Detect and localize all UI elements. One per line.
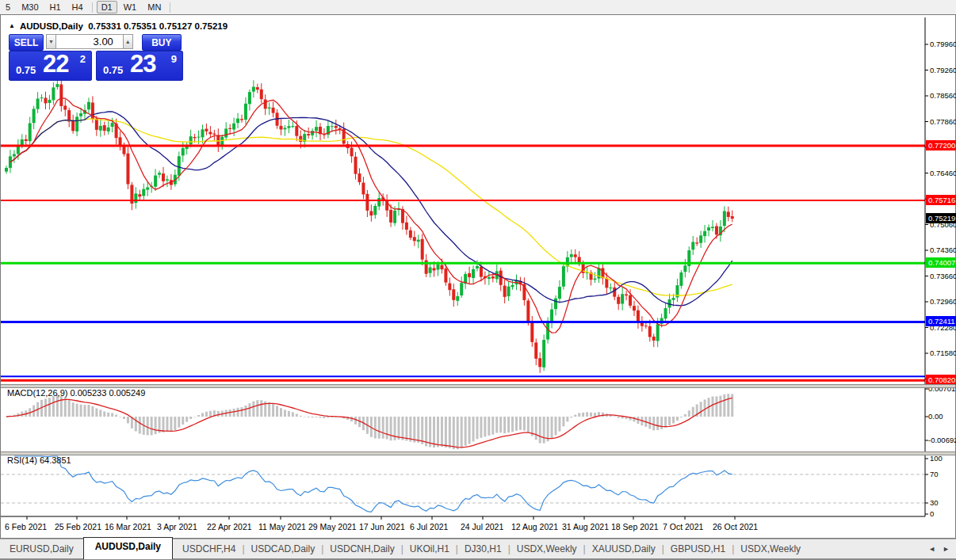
date-tick-label: 17 Jun 2021 <box>359 522 405 531</box>
date-tick-label: 12 Aug 2021 <box>511 522 558 531</box>
price-tick-label: 0.79960 <box>930 40 956 48</box>
tab-scroll-controls: ◄► <box>928 545 950 553</box>
date-tick-label: 16 Mar 2021 <box>105 522 151 531</box>
rsi-panel-plot <box>1 456 925 512</box>
rsi-tick-label: 30 <box>930 498 939 507</box>
timeframe-button-w1[interactable]: W1 <box>119 1 142 13</box>
chart-tab-usdx-weekly[interactable]: USDX,Weekly <box>507 540 587 558</box>
date-tick-label: 31 Aug 2021 <box>562 522 609 531</box>
sell-price-sup: 2 <box>80 53 86 65</box>
price-tick-label: 0.74360 <box>930 246 956 254</box>
date-tick-label: 3 Apr 2021 <box>157 522 197 531</box>
buy-price-sup: 9 <box>171 53 177 65</box>
date-tick-label: 18 Sep 2021 <box>611 522 659 531</box>
tab-scroll-left-icon[interactable]: ◄ <box>928 545 935 553</box>
candlesticks <box>5 78 734 372</box>
current-price-tag: 0.75219 <box>926 213 956 223</box>
chart-tab-dj30-h1[interactable]: DJ30,H1 <box>455 540 511 558</box>
date-tick-label: 29 May 2021 <box>308 522 357 531</box>
timeframe-button-h1[interactable]: H1 <box>45 1 66 13</box>
date-tick-label: 24 Jul 2021 <box>461 522 503 531</box>
timeframe-button-h4[interactable]: H4 <box>67 1 88 13</box>
buy-price-display[interactable]: 0.75 23 9 <box>96 51 183 81</box>
price-tick-label: 0.76460 <box>930 169 956 177</box>
macd-rsi-splitter[interactable] <box>1 451 955 455</box>
date-tick-label: 6 Jul 2021 <box>410 522 448 531</box>
main-macd-splitter[interactable] <box>1 384 955 388</box>
date-tick-label: 25 Feb 2021 <box>55 522 101 531</box>
buy-price-prefix: 0.75 <box>103 64 123 76</box>
date-tick-label: 7 Oct 2021 <box>663 522 703 531</box>
chart-ohlc-values: 0.75331 0.75351 0.75127 0.75219 <box>88 21 228 31</box>
chart-canvas[interactable] <box>1 15 955 538</box>
volume-increase-button[interactable]: ▲ <box>123 34 133 49</box>
sell-price-display[interactable]: 0.75 22 2 <box>9 51 92 81</box>
timeframe-toolbar: 5M30H1H4D1W1MN <box>0 0 956 15</box>
chart-tab-usdchf-h4[interactable]: USDCHF,H4 <box>173 540 245 558</box>
sell-price-prefix: 0.75 <box>16 64 36 76</box>
chart-tab-eurusd-daily[interactable]: EURUSD,Daily <box>0 540 83 558</box>
timeframe-button-mn[interactable]: MN <box>143 1 166 13</box>
buy-button[interactable]: BUY <box>142 34 182 51</box>
price-tick-label: 0.79260 <box>930 66 956 74</box>
chart-tab-xauusd-daily[interactable]: XAUUSD,Daily <box>583 540 665 558</box>
date-tick-label: 22 Apr 2021 <box>207 522 252 531</box>
chart-tab-usdcad-daily[interactable]: USDCAD,Daily <box>242 540 325 558</box>
timeframe-button-d1[interactable]: D1 <box>97 1 117 13</box>
price-level-tag: 0.74007 <box>926 257 956 268</box>
chart-window: ▲AUDUSD,Daily 0.75331 0.75351 0.75127 0.… <box>0 14 956 539</box>
timeframe-button-5[interactable]: 5 <box>1 1 15 13</box>
date-tick-label: 11 May 2021 <box>258 522 306 531</box>
volume-input[interactable] <box>56 34 123 49</box>
price-tick-label: 0.71580 <box>930 349 956 357</box>
price-tick-label: 0.72960 <box>930 297 956 306</box>
rsi-tick-label: 70 <box>930 470 939 478</box>
macd-tick-label: 0.00 <box>928 412 943 421</box>
one-click-trade-panel: SELL ▼ ▲ BUY 0.75 22 2 0.75 23 9 <box>9 34 182 80</box>
date-tick-label: 6 Feb 2021 <box>5 522 47 531</box>
date-tick-label: 26 Oct 2021 <box>713 522 758 531</box>
macd-indicator-label: MACD(12,26,9) 0.005233 0.005249 <box>7 388 145 398</box>
price-level-tag: 0.75716 <box>926 195 956 205</box>
price-tick-label: 0.73660 <box>930 272 956 280</box>
price-tick-label: 0.77860 <box>930 117 956 126</box>
sell-price-big: 22 <box>43 50 68 78</box>
chart-tab-audusd-daily[interactable]: AUDUSD,Daily <box>83 537 173 559</box>
horizontal-level-lines <box>1 146 925 380</box>
chart-tab-ukoil-h1[interactable]: UKOil,H1 <box>400 540 459 558</box>
toolbar-separator <box>92 2 93 13</box>
macd-panel-plot <box>6 394 734 449</box>
price-level-tag: 0.77200 <box>926 140 956 150</box>
macd-tick-label: -0.00692 <box>928 436 956 444</box>
rsi-indicator-label: RSI(14) 64.3851 <box>7 455 71 465</box>
chart-title: ▲AUDUSD,Daily 0.75331 0.75351 0.75127 0.… <box>9 21 228 31</box>
toolbar-separator <box>170 2 170 13</box>
price-tick-label: 0.78560 <box>930 91 956 100</box>
collapse-trade-panel-icon[interactable]: ▲ <box>9 22 15 29</box>
tab-scroll-right-icon[interactable]: ► <box>943 545 950 553</box>
price-level-tag: 0.72411 <box>926 316 956 326</box>
chart-symbol: AUDUSD,Daily <box>20 21 83 31</box>
chart-tab-usdx-weekly[interactable]: USDX,Weekly <box>731 540 810 558</box>
chart-tab-gbpusd-h1[interactable]: GBPUSD,H1 <box>661 540 735 558</box>
mt4-application-window: 5M30H1H4D1W1MN ▲AUDUSD,Daily 0.75331 0.7… <box>0 0 956 560</box>
volume-decrease-button[interactable]: ▼ <box>46 34 56 49</box>
sell-button[interactable]: SELL <box>9 34 44 51</box>
chart-tab-usdcnh-daily[interactable]: USDCNH,Daily <box>320 540 403 558</box>
buy-price-big: 23 <box>130 50 155 78</box>
timeframe-button-m30[interactable]: M30 <box>17 1 43 13</box>
rsi-tick-label: 0 <box>930 509 934 518</box>
chart-tab-bar: EURUSD,DailyAUDUSD,DailyUSDCHF,H4|USDCAD… <box>0 539 956 560</box>
